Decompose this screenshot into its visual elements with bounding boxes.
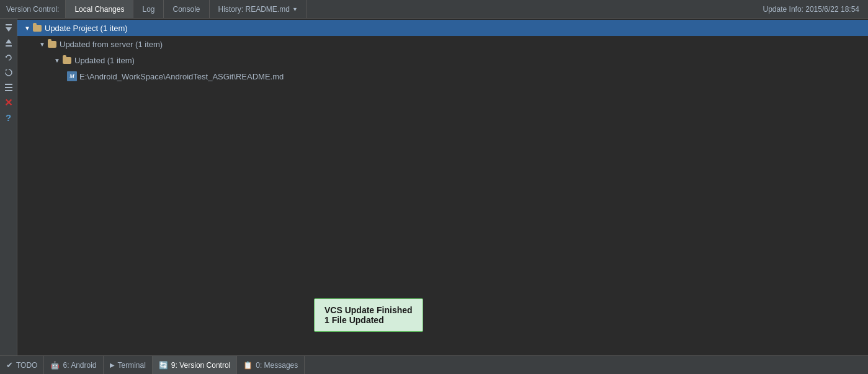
version-control-icon: 🔄 (159, 361, 168, 370)
svg-rect-6 (5, 84, 12, 85)
bottom-bar: ✔ TODO 🤖 6: Android ▶ Terminal 🔄 9: Vers… (0, 355, 868, 374)
messages-icon: 📋 (243, 361, 253, 370)
android-label: 6: Android (63, 361, 96, 370)
tab-local-changes[interactable]: Local Changes (66, 0, 133, 18)
svg-marker-2 (6, 39, 12, 43)
android-icon: 🤖 (50, 361, 60, 370)
svg-marker-5 (6, 69, 7, 71)
tree-node-updated-from-server[interactable]: Updated from server (1 item) (17, 36, 868, 52)
expand-toolbar-btn[interactable] (2, 81, 16, 94)
svg-rect-3 (6, 45, 12, 47)
commit-toolbar-btn[interactable] (2, 36, 16, 50)
todo-label: TODO (16, 361, 37, 370)
arrow-updated (52, 55, 62, 65)
left-toolbar: ✕ ? (0, 19, 17, 355)
folder-icon-updated (62, 55, 72, 65)
svg-rect-8 (5, 90, 12, 91)
folder-icon-root (32, 23, 42, 33)
arrow-updated-from-server (37, 39, 47, 49)
bottom-version-control[interactable]: 🔄 9: Version Control (153, 356, 237, 374)
file-icon: M (67, 71, 77, 81)
bottom-android[interactable]: 🤖 6: Android (44, 356, 103, 374)
todo-icon: ✔ (6, 360, 13, 370)
version-control-label: Version Control: (0, 0, 66, 18)
tab-bar: Version Control: Local Changes Log Conso… (0, 0, 868, 19)
revert-toolbar-btn[interactable] (2, 51, 16, 65)
tree-content: Update Project (1 item) Updated from ser… (17, 19, 868, 355)
vcs-update-tooltip: VCS Update Finished 1 File Updated (314, 298, 423, 332)
messages-label: 0: Messages (256, 361, 298, 370)
bottom-todo[interactable]: ✔ TODO (0, 356, 44, 374)
svg-rect-7 (5, 87, 12, 88)
tab-console[interactable]: Console (164, 0, 209, 18)
root-label: Update Project (1 item) (45, 24, 128, 33)
delete-toolbar-btn[interactable]: ✕ (2, 96, 16, 109)
version-control-bottom-label: 9: Version Control (171, 361, 230, 370)
bottom-messages[interactable]: 📋 0: Messages (237, 356, 305, 374)
folder-icon-updated-from-server (47, 39, 57, 49)
arrow-root (22, 23, 32, 33)
tab-history[interactable]: History: README.md ▼ (210, 0, 307, 18)
svg-rect-0 (6, 24, 12, 25)
tooltip-line1: VCS Update Finished (324, 305, 413, 315)
file-label: E:\Android_WorkSpace\AndroidTest_ASGit\R… (79, 72, 284, 81)
main-content-wrapper: ✕ ? Update Project (1 item) Updated from… (0, 19, 868, 355)
terminal-icon: ▶ (110, 362, 115, 368)
chevron-down-icon: ▼ (292, 6, 298, 12)
terminal-label: Terminal (118, 361, 146, 370)
bottom-terminal[interactable]: ▶ Terminal (104, 356, 153, 374)
tree-node-root[interactable]: Update Project (1 item) (17, 20, 868, 36)
refresh-toolbar-btn[interactable] (2, 66, 16, 79)
tree-node-updated[interactable]: Updated (1 item) (17, 52, 868, 68)
update-info: Update Info: 2015/6/22 18:54 (754, 0, 868, 18)
updated-from-server-label: Updated from server (1 item) (60, 40, 163, 49)
update-toolbar-btn[interactable] (2, 21, 16, 35)
updated-label: Updated (1 item) (74, 56, 135, 65)
tooltip-line2: 1 File Updated (324, 315, 413, 325)
tab-log[interactable]: Log (133, 0, 164, 18)
svg-marker-1 (6, 27, 12, 32)
help-toolbar-btn[interactable]: ? (2, 110, 16, 124)
tree-node-file[interactable]: M E:\Android_WorkSpace\AndroidTest_ASGit… (17, 68, 868, 84)
